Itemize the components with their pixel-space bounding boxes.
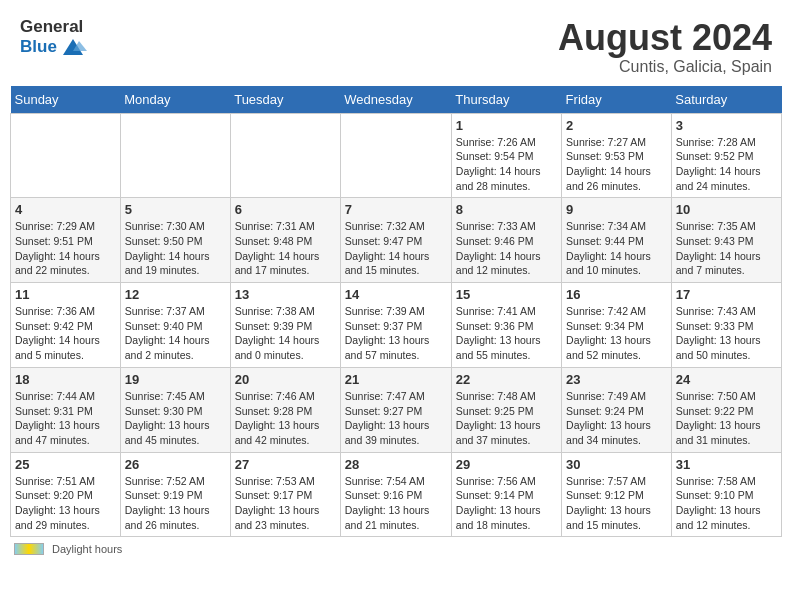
title-block: August 2024 Cuntis, Galicia, Spain xyxy=(558,18,772,76)
day-number: 27 xyxy=(235,457,336,472)
day-info: Sunrise: 7:51 AM Sunset: 9:20 PM Dayligh… xyxy=(15,474,116,533)
calendar-body: 1Sunrise: 7:26 AM Sunset: 9:54 PM Daylig… xyxy=(11,113,782,537)
day-number: 13 xyxy=(235,287,336,302)
day-info: Sunrise: 7:46 AM Sunset: 9:28 PM Dayligh… xyxy=(235,389,336,448)
day-cell: 22Sunrise: 7:48 AM Sunset: 9:25 PM Dayli… xyxy=(451,367,561,452)
day-info: Sunrise: 7:39 AM Sunset: 9:37 PM Dayligh… xyxy=(345,304,447,363)
header-cell-thursday: Thursday xyxy=(451,86,561,114)
page-header: General Blue August 2024 Cuntis, Galicia… xyxy=(10,10,782,80)
day-cell: 4Sunrise: 7:29 AM Sunset: 9:51 PM Daylig… xyxy=(11,198,121,283)
day-cell: 12Sunrise: 7:37 AM Sunset: 9:40 PM Dayli… xyxy=(120,283,230,368)
day-number: 26 xyxy=(125,457,226,472)
day-number: 15 xyxy=(456,287,557,302)
header-cell-wednesday: Wednesday xyxy=(340,86,451,114)
day-cell: 7Sunrise: 7:32 AM Sunset: 9:47 PM Daylig… xyxy=(340,198,451,283)
day-cell: 20Sunrise: 7:46 AM Sunset: 9:28 PM Dayli… xyxy=(230,367,340,452)
day-number: 10 xyxy=(676,202,777,217)
logo-blue: Blue xyxy=(20,38,57,57)
header-cell-friday: Friday xyxy=(562,86,672,114)
header-cell-saturday: Saturday xyxy=(671,86,781,114)
day-cell: 8Sunrise: 7:33 AM Sunset: 9:46 PM Daylig… xyxy=(451,198,561,283)
day-info: Sunrise: 7:43 AM Sunset: 9:33 PM Dayligh… xyxy=(676,304,777,363)
day-info: Sunrise: 7:57 AM Sunset: 9:12 PM Dayligh… xyxy=(566,474,667,533)
week-row-2: 4Sunrise: 7:29 AM Sunset: 9:51 PM Daylig… xyxy=(11,198,782,283)
header-cell-tuesday: Tuesday xyxy=(230,86,340,114)
day-info: Sunrise: 7:45 AM Sunset: 9:30 PM Dayligh… xyxy=(125,389,226,448)
day-number: 1 xyxy=(456,118,557,133)
day-number: 2 xyxy=(566,118,667,133)
day-info: Sunrise: 7:54 AM Sunset: 9:16 PM Dayligh… xyxy=(345,474,447,533)
day-info: Sunrise: 7:53 AM Sunset: 9:17 PM Dayligh… xyxy=(235,474,336,533)
day-number: 21 xyxy=(345,372,447,387)
main-title: August 2024 xyxy=(558,18,772,58)
day-info: Sunrise: 7:52 AM Sunset: 9:19 PM Dayligh… xyxy=(125,474,226,533)
day-cell xyxy=(120,113,230,198)
day-number: 17 xyxy=(676,287,777,302)
day-info: Sunrise: 7:49 AM Sunset: 9:24 PM Dayligh… xyxy=(566,389,667,448)
day-info: Sunrise: 7:30 AM Sunset: 9:50 PM Dayligh… xyxy=(125,219,226,278)
day-info: Sunrise: 7:34 AM Sunset: 9:44 PM Dayligh… xyxy=(566,219,667,278)
day-cell: 30Sunrise: 7:57 AM Sunset: 9:12 PM Dayli… xyxy=(562,452,672,537)
day-cell: 21Sunrise: 7:47 AM Sunset: 9:27 PM Dayli… xyxy=(340,367,451,452)
day-info: Sunrise: 7:27 AM Sunset: 9:53 PM Dayligh… xyxy=(566,135,667,194)
day-number: 23 xyxy=(566,372,667,387)
day-number: 4 xyxy=(15,202,116,217)
day-info: Sunrise: 7:42 AM Sunset: 9:34 PM Dayligh… xyxy=(566,304,667,363)
day-cell: 31Sunrise: 7:58 AM Sunset: 9:10 PM Dayli… xyxy=(671,452,781,537)
day-cell: 24Sunrise: 7:50 AM Sunset: 9:22 PM Dayli… xyxy=(671,367,781,452)
day-cell: 17Sunrise: 7:43 AM Sunset: 9:33 PM Dayli… xyxy=(671,283,781,368)
footer-label: Daylight hours xyxy=(52,543,122,555)
logo-general: General xyxy=(20,18,83,37)
header-cell-sunday: Sunday xyxy=(11,86,121,114)
day-number: 29 xyxy=(456,457,557,472)
day-number: 25 xyxy=(15,457,116,472)
day-number: 30 xyxy=(566,457,667,472)
day-info: Sunrise: 7:32 AM Sunset: 9:47 PM Dayligh… xyxy=(345,219,447,278)
day-number: 6 xyxy=(235,202,336,217)
day-cell xyxy=(11,113,121,198)
day-cell: 16Sunrise: 7:42 AM Sunset: 9:34 PM Dayli… xyxy=(562,283,672,368)
day-cell: 11Sunrise: 7:36 AM Sunset: 9:42 PM Dayli… xyxy=(11,283,121,368)
logo-icon xyxy=(59,37,87,59)
day-cell: 26Sunrise: 7:52 AM Sunset: 9:19 PM Dayli… xyxy=(120,452,230,537)
day-cell: 19Sunrise: 7:45 AM Sunset: 9:30 PM Dayli… xyxy=(120,367,230,452)
day-cell xyxy=(340,113,451,198)
day-number: 9 xyxy=(566,202,667,217)
day-info: Sunrise: 7:28 AM Sunset: 9:52 PM Dayligh… xyxy=(676,135,777,194)
week-row-3: 11Sunrise: 7:36 AM Sunset: 9:42 PM Dayli… xyxy=(11,283,782,368)
day-cell: 18Sunrise: 7:44 AM Sunset: 9:31 PM Dayli… xyxy=(11,367,121,452)
subtitle: Cuntis, Galicia, Spain xyxy=(558,58,772,76)
day-cell: 9Sunrise: 7:34 AM Sunset: 9:44 PM Daylig… xyxy=(562,198,672,283)
day-info: Sunrise: 7:47 AM Sunset: 9:27 PM Dayligh… xyxy=(345,389,447,448)
day-number: 5 xyxy=(125,202,226,217)
header-cell-monday: Monday xyxy=(120,86,230,114)
day-info: Sunrise: 7:26 AM Sunset: 9:54 PM Dayligh… xyxy=(456,135,557,194)
day-cell: 13Sunrise: 7:38 AM Sunset: 9:39 PM Dayli… xyxy=(230,283,340,368)
day-info: Sunrise: 7:29 AM Sunset: 9:51 PM Dayligh… xyxy=(15,219,116,278)
day-info: Sunrise: 7:33 AM Sunset: 9:46 PM Dayligh… xyxy=(456,219,557,278)
day-number: 12 xyxy=(125,287,226,302)
day-cell: 2Sunrise: 7:27 AM Sunset: 9:53 PM Daylig… xyxy=(562,113,672,198)
day-cell xyxy=(230,113,340,198)
calendar-table: SundayMondayTuesdayWednesdayThursdayFrid… xyxy=(10,86,782,538)
day-number: 28 xyxy=(345,457,447,472)
day-cell: 15Sunrise: 7:41 AM Sunset: 9:36 PM Dayli… xyxy=(451,283,561,368)
day-info: Sunrise: 7:36 AM Sunset: 9:42 PM Dayligh… xyxy=(15,304,116,363)
daylight-bar-icon xyxy=(14,543,44,555)
day-info: Sunrise: 7:37 AM Sunset: 9:40 PM Dayligh… xyxy=(125,304,226,363)
day-cell: 14Sunrise: 7:39 AM Sunset: 9:37 PM Dayli… xyxy=(340,283,451,368)
day-number: 11 xyxy=(15,287,116,302)
calendar-header: SundayMondayTuesdayWednesdayThursdayFrid… xyxy=(11,86,782,114)
day-cell: 23Sunrise: 7:49 AM Sunset: 9:24 PM Dayli… xyxy=(562,367,672,452)
day-info: Sunrise: 7:31 AM Sunset: 9:48 PM Dayligh… xyxy=(235,219,336,278)
day-cell: 10Sunrise: 7:35 AM Sunset: 9:43 PM Dayli… xyxy=(671,198,781,283)
day-cell: 1Sunrise: 7:26 AM Sunset: 9:54 PM Daylig… xyxy=(451,113,561,198)
day-info: Sunrise: 7:38 AM Sunset: 9:39 PM Dayligh… xyxy=(235,304,336,363)
day-cell: 28Sunrise: 7:54 AM Sunset: 9:16 PM Dayli… xyxy=(340,452,451,537)
day-info: Sunrise: 7:50 AM Sunset: 9:22 PM Dayligh… xyxy=(676,389,777,448)
header-row: SundayMondayTuesdayWednesdayThursdayFrid… xyxy=(11,86,782,114)
day-cell: 6Sunrise: 7:31 AM Sunset: 9:48 PM Daylig… xyxy=(230,198,340,283)
day-number: 16 xyxy=(566,287,667,302)
day-number: 20 xyxy=(235,372,336,387)
day-cell: 27Sunrise: 7:53 AM Sunset: 9:17 PM Dayli… xyxy=(230,452,340,537)
